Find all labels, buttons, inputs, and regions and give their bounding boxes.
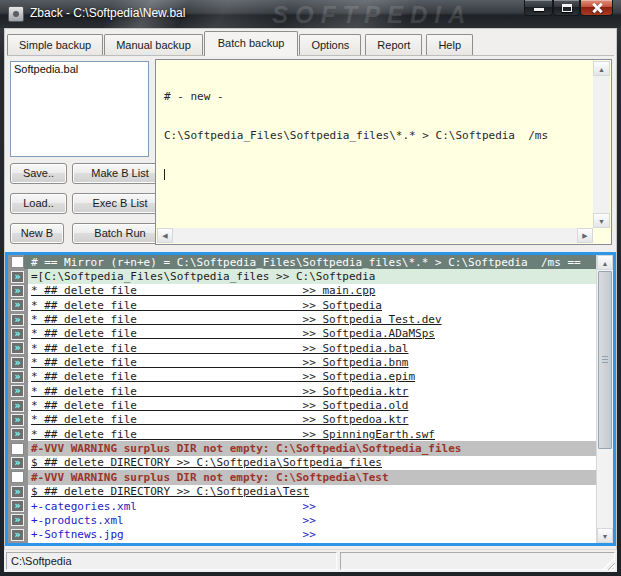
console-row-text: # == Mirror (r+n+e) = C:\Softpedia_Files… [28, 256, 581, 269]
console-row-text: +-Softnews.jpg >> [28, 528, 316, 541]
softpedia-watermark: SOFTPEDIA [272, 1, 472, 29]
close-button[interactable] [580, 0, 613, 16]
script-line: # - new - [164, 90, 593, 103]
run-chevrons-icon: » [11, 486, 24, 498]
make-b-list-button[interactable]: Make B List [72, 163, 168, 184]
save-button[interactable]: Save.. [10, 163, 67, 184]
tab-simple-backup[interactable]: Simple backup [7, 34, 103, 55]
new-b-button[interactable]: New B [10, 223, 64, 244]
console-row[interactable]: #-VVV WARNING surplus DIR not empty: C:\… [8, 470, 596, 484]
memo-vertical-scrollbar[interactable]: ▲ ▼ [593, 61, 610, 228]
scrollbar-thumb[interactable] [598, 271, 612, 449]
window-controls [524, 0, 613, 16]
console-row[interactable]: » =[C:\Softpedia_Files\Softpedia_files >… [8, 269, 596, 283]
status-secondary [340, 552, 615, 570]
console-row-text: #-VVV WARNING surplus DIR not empty: C:\… [28, 442, 461, 455]
batch-script-editor: # - new - C:\Softpedia_Files\Softpedia_f… [155, 59, 612, 245]
tab-report[interactable]: Report [365, 34, 422, 55]
batch-file-list[interactable]: Softpedia.bal [10, 61, 149, 157]
console-row[interactable]: » * ## delete file >> Softpedia.epim [8, 370, 596, 384]
scroll-right-icon[interactable]: ▶ [577, 228, 593, 243]
console-rows: # == Mirror (r+n+e) = C:\Softpedia_Files… [8, 255, 596, 543]
console-row[interactable]: » * ## delete file >> main.cpp [8, 284, 596, 298]
console-row-text: +-categories.xml >> [28, 500, 316, 513]
console-row[interactable]: » * ## delete file >> Softpedia Test.dev [8, 312, 596, 326]
console-row-text: * ## delete file >> Softpedia Test.dev [28, 313, 442, 326]
blank-row-icon [11, 471, 24, 483]
console-row[interactable]: » +-products.xml >> [8, 513, 596, 527]
load-button[interactable]: Load.. [10, 193, 67, 214]
scroll-left-icon[interactable]: ◀ [157, 228, 173, 243]
run-chevrons-icon: » [11, 414, 24, 426]
list-item[interactable]: Softpedia.bal [11, 62, 148, 76]
console-row[interactable]: » * ## delete file >> Softpedia [8, 298, 596, 312]
exec-b-list-button[interactable]: Exec B List [72, 193, 168, 214]
run-chevrons-icon: » [11, 385, 24, 397]
status-path: C:\Softpedia [6, 552, 337, 570]
console-row-text: * ## delete file >> Softpedia.bnm [28, 356, 409, 369]
run-chevrons-icon: » [11, 529, 24, 541]
thumb-grip-icon [602, 356, 608, 363]
console-row[interactable]: » $ ## delete DIRECTORY >> C:\Softpedia\… [8, 456, 596, 470]
run-chevrons-icon: » [11, 328, 24, 340]
maximize-button[interactable] [553, 0, 580, 16]
console-row-text: * ## delete file >> Softpedoa.ktr [28, 413, 409, 426]
run-chevrons-icon: » [11, 457, 24, 469]
run-chevrons-icon: » [11, 342, 24, 354]
console-row[interactable]: » * ## delete file >> Softpedia.old [8, 398, 596, 412]
tab-help[interactable]: Help [426, 34, 473, 55]
scroll-down-icon[interactable]: ▼ [593, 213, 610, 228]
run-chevrons-icon: » [11, 400, 24, 412]
title-bar: Zback - C:\Softpedia\New.bal SOFTPEDIA [0, 0, 621, 28]
console-row-text: * ## delete file >> Softpedia.epim [28, 370, 415, 383]
batch-run-button[interactable]: Batch Run [72, 223, 168, 244]
minimize-icon [534, 8, 544, 11]
memo-horizontal-scrollbar[interactable]: ◀ ▶ [157, 228, 593, 243]
console-vertical-scrollbar[interactable]: ▲ ▼ [596, 255, 613, 543]
run-chevrons-icon: » [11, 285, 24, 297]
tab-batch-backup[interactable]: Batch backup [204, 31, 299, 56]
console-row[interactable]: #-VVV WARNING surplus DIR not empty: C:\… [8, 441, 596, 455]
script-text[interactable]: # - new - C:\Softpedia_Files\Softpedia_f… [157, 61, 593, 228]
console-row[interactable]: » * ## delete file >> Softpedoa.ktr [8, 413, 596, 427]
tab-options[interactable]: Options [299, 34, 361, 55]
console-row[interactable]: » * ## delete file >> Softpedia.ADaMSps [8, 327, 596, 341]
minimize-button[interactable] [524, 0, 553, 16]
console-row-text: * ## delete file >> Softpedia.ADaMSps [28, 327, 435, 340]
console-row[interactable]: » * ## delete file >> Softpedia.bal [8, 341, 596, 355]
console-row-text: +-products.xml >> [28, 514, 316, 527]
window-title: Zback - C:\Softpedia\New.bal [30, 0, 185, 28]
scroll-up-icon[interactable]: ▲ [593, 61, 610, 76]
app-icon [8, 6, 24, 22]
run-chevrons-icon: » [11, 357, 24, 369]
console-row[interactable]: » * ## delete file >> Softpedia.ktr [8, 384, 596, 398]
tab-manual-backup[interactable]: Manual backup [104, 34, 203, 55]
console-row[interactable]: » * ## delete file >> SpinningEarth.swf [8, 427, 596, 441]
console-row[interactable]: # == Mirror (r+n+e) = C:\Softpedia_Files… [8, 255, 596, 269]
run-chevrons-icon: » [11, 271, 24, 283]
console-row[interactable]: » +-categories.xml >> [8, 499, 596, 513]
run-chevrons-icon: » [11, 500, 24, 512]
console-row-text: * ## delete file >> Softpedia [28, 299, 382, 312]
console-row-text: * ## delete file >> Softpedia.old [28, 399, 409, 412]
console-row[interactable]: » +-Softnews.jpg >> [8, 528, 596, 542]
app-window: Zback - C:\Softpedia\New.bal SOFTPEDIA S… [0, 0, 621, 576]
console-row-text: $ ## delete DIRECTORY >> C:\Softpedia\Te… [28, 485, 309, 498]
run-chevrons-icon: » [11, 514, 24, 526]
console-row-text: * ## delete file >> main.cpp [28, 284, 375, 297]
text-caret [164, 169, 165, 180]
console-row-text: $ ## delete DIRECTORY >> C:\Softpedia\So… [28, 456, 382, 469]
tab-strip: Simple backupManual backupBatch backupOp… [7, 31, 614, 56]
console-row[interactable]: » $ ## delete DIRECTORY >> C:\Softpedia\… [8, 485, 596, 499]
blank-row-icon [11, 443, 24, 455]
batch-log-console: # == Mirror (r+n+e) = C:\Softpedia_Files… [5, 252, 616, 546]
script-line: C:\Softpedia_Files\Softpedia_files\*.* >… [164, 129, 593, 142]
console-row-text: =[C:\Softpedia_Files\Softpedia_files >> … [28, 270, 375, 283]
close-icon [592, 3, 602, 13]
scroll-up-icon[interactable]: ▲ [597, 255, 613, 270]
console-row-text: * ## delete file >> Softpedia.ktr [28, 385, 409, 398]
console-row[interactable]: » * ## delete file >> Softpedia.bnm [8, 355, 596, 369]
scroll-down-icon[interactable]: ▼ [597, 528, 613, 543]
client-area: Simple backupManual backupBatch backupOp… [4, 28, 617, 572]
run-chevrons-icon: » [11, 314, 24, 326]
